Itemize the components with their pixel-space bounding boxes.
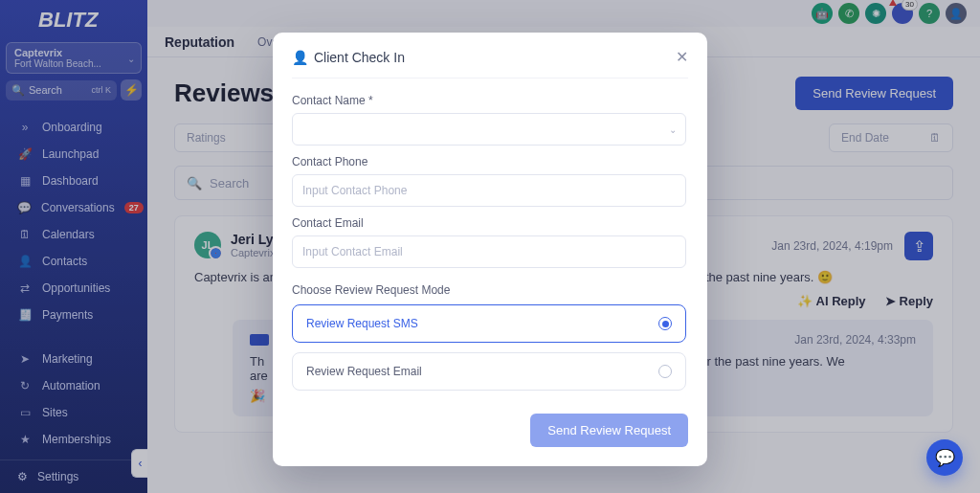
chat-fab[interactable]: 💬 xyxy=(926,439,963,476)
modal-title: Client Check In xyxy=(314,50,405,65)
radio-icon xyxy=(658,317,672,330)
client-check-in-modal: 👤 Client Check In ✕ Contact Name * ⌄ Con… xyxy=(273,33,707,466)
modal-close-button[interactable]: ✕ xyxy=(676,48,688,66)
person-icon: 👤 xyxy=(292,50,308,65)
chat-icon: 💬 xyxy=(935,448,955,468)
contact-email-label: Contact Email xyxy=(292,216,686,230)
contact-name-label: Contact Name * xyxy=(292,94,686,107)
contact-phone-label: Contact Phone xyxy=(292,155,686,168)
contact-email-input[interactable] xyxy=(292,235,686,268)
review-mode-email-label: Review Request Email xyxy=(306,365,422,378)
review-mode-label: Choose Review Request Mode xyxy=(292,283,686,297)
contact-name-select[interactable] xyxy=(292,113,686,146)
chevron-down-icon: ⌄ xyxy=(669,124,677,135)
review-mode-sms[interactable]: Review Request SMS xyxy=(292,304,686,343)
contact-phone-input[interactable] xyxy=(292,174,686,207)
radio-icon xyxy=(658,365,672,378)
review-mode-sms-label: Review Request SMS xyxy=(306,317,418,330)
modal-backdrop[interactable]: 👤 Client Check In ✕ Contact Name * ⌄ Con… xyxy=(0,0,980,493)
modal-send-button[interactable]: Send Review Request xyxy=(530,414,688,447)
review-mode-email[interactable]: Review Request Email xyxy=(292,352,686,391)
